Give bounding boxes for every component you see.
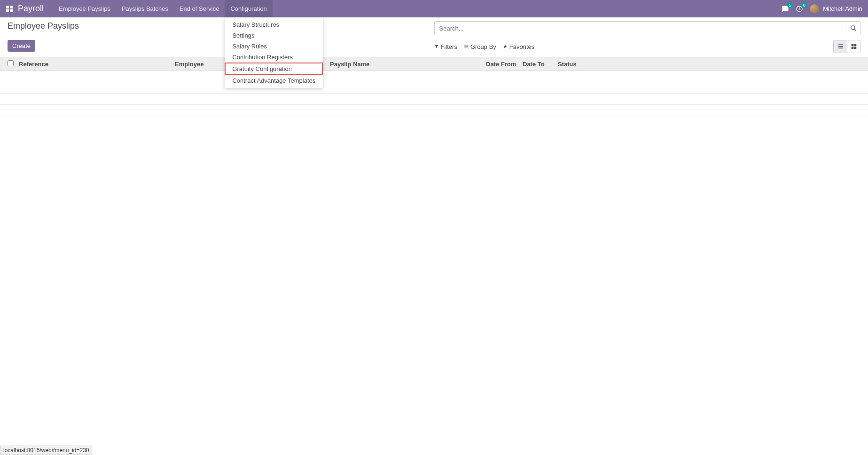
svg-rect-8 — [464, 47, 468, 47]
dropdown-contract-advantage-templates[interactable]: Contract Advantage Templates — [225, 75, 323, 86]
search-button[interactable] — [846, 22, 860, 35]
svg-rect-0 — [6, 6, 9, 8]
app-brand[interactable]: Payroll — [18, 4, 44, 14]
table-body — [0, 71, 868, 116]
list-view-button[interactable] — [834, 40, 847, 53]
menu-label: Employee Payslips — [59, 5, 110, 12]
configuration-dropdown: Salary Structures Settings Salary Rules … — [225, 17, 323, 88]
create-button[interactable]: Create — [8, 40, 35, 52]
menu-employee-payslips[interactable]: Employee Payslips — [53, 0, 116, 17]
svg-rect-3 — [10, 9, 13, 12]
dropdown-salary-rules[interactable]: Salary Rules — [225, 41, 323, 52]
menu-configuration[interactable]: Configuration Salary Structures Settings… — [225, 0, 272, 17]
table-row[interactable] — [0, 82, 868, 94]
select-all-checkbox[interactable] — [8, 60, 14, 66]
menu-label: Configuration — [230, 5, 266, 12]
table-header-row: Reference Employee Payslip Name Date Fro… — [0, 57, 868, 71]
dropdown-settings[interactable]: Settings — [225, 30, 323, 41]
svg-rect-15 — [839, 47, 843, 48]
groupby-label: Group By — [470, 43, 496, 50]
activities-badge: 8 — [801, 2, 807, 8]
dropdown-gratuity-configuration[interactable]: Gratuity Configuration — [225, 63, 323, 75]
svg-line-6 — [854, 29, 856, 31]
messages-icon[interactable]: 5 — [782, 5, 789, 13]
svg-rect-7 — [464, 45, 468, 46]
topbar-right: 5 8 Mitchell Admin — [782, 4, 862, 14]
svg-rect-12 — [838, 46, 839, 47]
svg-rect-17 — [854, 44, 856, 47]
avatar — [810, 4, 819, 14]
svg-rect-1 — [10, 6, 13, 8]
menu-label: Payslips Batches — [122, 5, 168, 12]
table-row[interactable] — [0, 105, 868, 116]
search-input[interactable] — [435, 25, 846, 32]
dropdown-contribution-registers[interactable]: Contribution Registers — [225, 52, 323, 63]
svg-rect-14 — [838, 47, 839, 48]
svg-rect-9 — [464, 48, 468, 48]
control-panel: Employee Payslips Create Filters Group B… — [0, 17, 868, 57]
cp-left: Employee Payslips — [8, 21, 434, 40]
menu-end-of-service[interactable]: End of Service — [174, 0, 225, 17]
col-status[interactable]: Status — [558, 61, 860, 68]
dropdown-salary-structures[interactable]: Salary Structures — [225, 19, 323, 30]
user-menu[interactable]: Mitchell Admin — [810, 4, 862, 14]
cp-bottom: Create Filters Group By Favorites — [8, 40, 860, 57]
col-dateto[interactable]: Date To — [523, 61, 558, 68]
svg-rect-13 — [839, 46, 843, 47]
menu-label: End of Service — [180, 5, 219, 12]
search-options: Filters Group By Favorites — [434, 43, 535, 50]
page-title: Employee Payslips — [8, 21, 434, 31]
svg-rect-16 — [851, 44, 853, 47]
cp-bottom-left: Create — [8, 40, 434, 52]
table-row[interactable] — [0, 71, 868, 82]
browser-statusbar: localhost:8015/web#menu_id=230 — [0, 446, 92, 455]
kanban-view-button[interactable] — [847, 40, 860, 53]
col-payslip[interactable]: Payslip Name — [330, 61, 486, 68]
col-reference[interactable]: Reference — [19, 61, 175, 68]
svg-rect-2 — [6, 9, 9, 12]
favorites-button[interactable]: Favorites — [503, 43, 534, 50]
groupby-button[interactable]: Group By — [464, 43, 496, 50]
svg-point-5 — [851, 26, 854, 30]
col-datefrom[interactable]: Date From — [486, 61, 523, 68]
filters-label: Filters — [441, 43, 457, 50]
svg-rect-19 — [854, 47, 856, 49]
svg-rect-18 — [851, 47, 853, 49]
apps-icon[interactable] — [6, 5, 13, 13]
username: Mitchell Admin — [823, 5, 862, 12]
activities-icon[interactable]: 8 — [796, 5, 803, 13]
menu-payslips-batches[interactable]: Payslips Batches — [116, 0, 174, 17]
cp-right — [434, 21, 861, 40]
search-wrap — [434, 21, 861, 35]
view-switcher — [833, 40, 860, 53]
messages-badge: 5 — [787, 2, 793, 8]
col-checkbox — [8, 60, 19, 68]
table-row[interactable] — [0, 94, 868, 105]
filters-button[interactable]: Filters — [434, 43, 457, 50]
main-menu: Employee Payslips Payslips Batches End o… — [53, 0, 273, 17]
cp-bottom-right: Filters Group By Favorites — [434, 40, 861, 53]
favorites-label: Favorites — [509, 43, 534, 50]
top-navbar: Payroll Employee Payslips Payslips Batch… — [0, 0, 868, 17]
svg-rect-10 — [838, 44, 839, 45]
svg-rect-11 — [839, 44, 843, 45]
